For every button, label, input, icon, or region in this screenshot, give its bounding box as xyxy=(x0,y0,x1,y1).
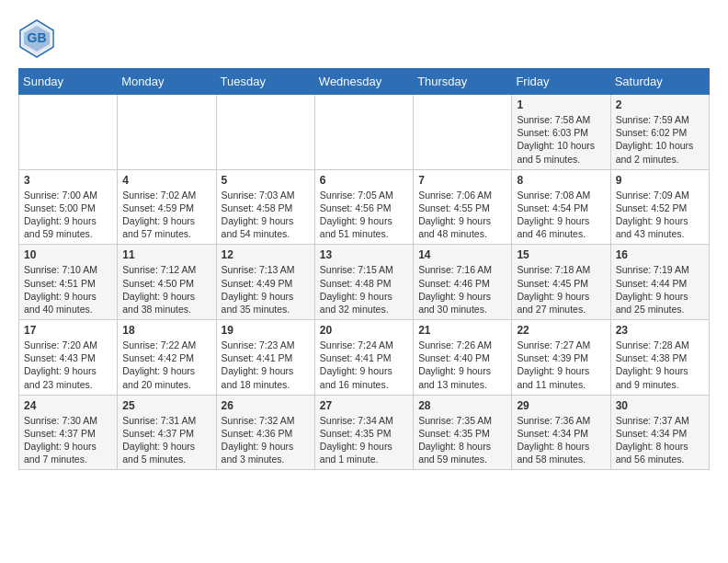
day-number: 6 xyxy=(320,174,408,187)
day-number: 8 xyxy=(517,174,605,187)
calendar-table: SundayMondayTuesdayWednesdayThursdayFrid… xyxy=(18,68,710,470)
logo-icon: GB xyxy=(18,18,55,59)
day-info: Sunrise: 7:20 AM Sunset: 4:43 PM Dayligh… xyxy=(24,339,112,391)
day-info: Sunrise: 7:22 AM Sunset: 4:42 PM Dayligh… xyxy=(122,339,210,391)
day-number: 7 xyxy=(418,174,506,187)
day-number: 19 xyxy=(222,324,310,337)
day-number: 29 xyxy=(517,399,605,412)
calendar-cell: 24Sunrise: 7:30 AM Sunset: 4:37 PM Dayli… xyxy=(19,395,118,470)
calendar-cell: 26Sunrise: 7:32 AM Sunset: 4:36 PM Dayli… xyxy=(216,395,314,470)
day-info: Sunrise: 7:03 AM Sunset: 4:58 PM Dayligh… xyxy=(222,189,310,241)
calendar-cell: 30Sunrise: 7:37 AM Sunset: 4:34 PM Dayli… xyxy=(610,395,709,470)
calendar-cell: 9Sunrise: 7:09 AM Sunset: 4:52 PM Daylig… xyxy=(610,169,709,245)
calendar-cell: 17Sunrise: 7:20 AM Sunset: 4:43 PM Dayli… xyxy=(19,320,118,396)
day-number: 20 xyxy=(320,324,408,337)
day-number: 3 xyxy=(24,174,112,187)
weekday-header-tuesday: Tuesday xyxy=(216,69,314,95)
calendar-cell: 18Sunrise: 7:22 AM Sunset: 4:42 PM Dayli… xyxy=(118,320,216,396)
calendar-cell xyxy=(314,95,413,170)
day-number: 11 xyxy=(122,248,210,261)
day-number: 27 xyxy=(320,399,408,412)
day-info: Sunrise: 7:34 AM Sunset: 4:35 PM Dayligh… xyxy=(320,414,408,466)
calendar-cell: 21Sunrise: 7:26 AM Sunset: 4:40 PM Dayli… xyxy=(414,320,512,396)
day-number: 30 xyxy=(616,399,704,412)
day-info: Sunrise: 7:08 AM Sunset: 4:54 PM Dayligh… xyxy=(517,189,605,241)
calendar-cell: 2Sunrise: 7:59 AM Sunset: 6:02 PM Daylig… xyxy=(610,95,709,170)
calendar-cell: 19Sunrise: 7:23 AM Sunset: 4:41 PM Dayli… xyxy=(216,320,314,396)
day-info: Sunrise: 7:32 AM Sunset: 4:36 PM Dayligh… xyxy=(222,414,310,466)
day-info: Sunrise: 7:10 AM Sunset: 4:51 PM Dayligh… xyxy=(24,263,112,316)
day-info: Sunrise: 7:19 AM Sunset: 4:44 PM Dayligh… xyxy=(616,263,704,316)
day-number: 15 xyxy=(517,248,605,261)
day-info: Sunrise: 7:23 AM Sunset: 4:41 PM Dayligh… xyxy=(222,339,310,391)
day-number: 14 xyxy=(418,248,506,261)
day-info: Sunrise: 7:15 AM Sunset: 4:48 PM Dayligh… xyxy=(320,263,408,316)
calendar-cell: 22Sunrise: 7:27 AM Sunset: 4:39 PM Dayli… xyxy=(512,320,610,396)
weekday-header-sunday: Sunday xyxy=(19,69,118,95)
day-info: Sunrise: 7:35 AM Sunset: 4:35 PM Dayligh… xyxy=(418,414,506,466)
calendar-cell: 12Sunrise: 7:13 AM Sunset: 4:49 PM Dayli… xyxy=(216,245,314,320)
calendar-cell: 8Sunrise: 7:08 AM Sunset: 4:54 PM Daylig… xyxy=(512,169,610,245)
week-row-1: 1Sunrise: 7:58 AM Sunset: 6:03 PM Daylig… xyxy=(19,95,710,170)
day-number: 4 xyxy=(122,174,210,187)
calendar-cell: 10Sunrise: 7:10 AM Sunset: 4:51 PM Dayli… xyxy=(19,245,118,320)
calendar-cell: 11Sunrise: 7:12 AM Sunset: 4:50 PM Dayli… xyxy=(118,245,216,320)
week-row-5: 24Sunrise: 7:30 AM Sunset: 4:37 PM Dayli… xyxy=(19,395,710,470)
day-info: Sunrise: 7:30 AM Sunset: 4:37 PM Dayligh… xyxy=(24,414,112,466)
calendar-cell: 27Sunrise: 7:34 AM Sunset: 4:35 PM Dayli… xyxy=(314,395,413,470)
day-number: 10 xyxy=(24,248,112,261)
calendar-cell: 1Sunrise: 7:58 AM Sunset: 6:03 PM Daylig… xyxy=(512,95,610,170)
calendar-cell: 3Sunrise: 7:00 AM Sunset: 5:00 PM Daylig… xyxy=(19,169,118,245)
calendar-cell: 13Sunrise: 7:15 AM Sunset: 4:48 PM Dayli… xyxy=(314,245,413,320)
weekday-header-row: SundayMondayTuesdayWednesdayThursdayFrid… xyxy=(19,69,710,95)
day-number: 1 xyxy=(517,98,605,111)
day-info: Sunrise: 7:09 AM Sunset: 4:52 PM Dayligh… xyxy=(616,189,704,241)
day-number: 9 xyxy=(616,174,704,187)
calendar-cell xyxy=(414,95,512,170)
day-number: 24 xyxy=(24,399,112,412)
day-number: 22 xyxy=(517,324,605,337)
calendar-cell xyxy=(19,95,118,170)
weekday-header-wednesday: Wednesday xyxy=(314,69,413,95)
week-row-3: 10Sunrise: 7:10 AM Sunset: 4:51 PM Dayli… xyxy=(19,245,710,320)
day-info: Sunrise: 7:02 AM Sunset: 4:59 PM Dayligh… xyxy=(122,189,210,241)
day-number: 17 xyxy=(24,324,112,337)
weekday-header-thursday: Thursday xyxy=(414,69,512,95)
day-info: Sunrise: 7:00 AM Sunset: 5:00 PM Dayligh… xyxy=(24,189,112,241)
calendar-cell: 5Sunrise: 7:03 AM Sunset: 4:58 PM Daylig… xyxy=(216,169,314,245)
day-number: 2 xyxy=(616,98,704,111)
calendar-cell: 4Sunrise: 7:02 AM Sunset: 4:59 PM Daylig… xyxy=(118,169,216,245)
day-info: Sunrise: 7:12 AM Sunset: 4:50 PM Dayligh… xyxy=(122,263,210,316)
day-info: Sunrise: 7:58 AM Sunset: 6:03 PM Dayligh… xyxy=(517,113,605,166)
day-number: 18 xyxy=(122,324,210,337)
calendar-cell: 14Sunrise: 7:16 AM Sunset: 4:46 PM Dayli… xyxy=(414,245,512,320)
day-info: Sunrise: 7:37 AM Sunset: 4:34 PM Dayligh… xyxy=(616,414,704,466)
calendar-cell: 25Sunrise: 7:31 AM Sunset: 4:37 PM Dayli… xyxy=(118,395,216,470)
page-header: GB xyxy=(18,18,710,59)
calendar-cell: 23Sunrise: 7:28 AM Sunset: 4:38 PM Dayli… xyxy=(610,320,709,396)
week-row-2: 3Sunrise: 7:00 AM Sunset: 5:00 PM Daylig… xyxy=(19,169,710,245)
day-info: Sunrise: 7:31 AM Sunset: 4:37 PM Dayligh… xyxy=(122,414,210,466)
weekday-header-monday: Monday xyxy=(118,69,216,95)
day-number: 23 xyxy=(616,324,704,337)
calendar-cell: 29Sunrise: 7:36 AM Sunset: 4:34 PM Dayli… xyxy=(512,395,610,470)
day-number: 25 xyxy=(122,399,210,412)
calendar-cell: 6Sunrise: 7:05 AM Sunset: 4:56 PM Daylig… xyxy=(314,169,413,245)
day-info: Sunrise: 7:36 AM Sunset: 4:34 PM Dayligh… xyxy=(517,414,605,466)
day-number: 16 xyxy=(616,248,704,261)
calendar-cell xyxy=(216,95,314,170)
calendar-cell xyxy=(118,95,216,170)
day-info: Sunrise: 7:18 AM Sunset: 4:45 PM Dayligh… xyxy=(517,263,605,316)
calendar-cell: 16Sunrise: 7:19 AM Sunset: 4:44 PM Dayli… xyxy=(610,245,709,320)
calendar-cell: 15Sunrise: 7:18 AM Sunset: 4:45 PM Dayli… xyxy=(512,245,610,320)
weekday-header-friday: Friday xyxy=(512,69,610,95)
day-number: 13 xyxy=(320,248,408,261)
week-row-4: 17Sunrise: 7:20 AM Sunset: 4:43 PM Dayli… xyxy=(19,320,710,396)
day-info: Sunrise: 7:24 AM Sunset: 4:41 PM Dayligh… xyxy=(320,339,408,391)
day-info: Sunrise: 7:27 AM Sunset: 4:39 PM Dayligh… xyxy=(517,339,605,391)
day-number: 28 xyxy=(418,399,506,412)
day-number: 21 xyxy=(418,324,506,337)
calendar-cell: 7Sunrise: 7:06 AM Sunset: 4:55 PM Daylig… xyxy=(414,169,512,245)
day-info: Sunrise: 7:26 AM Sunset: 4:40 PM Dayligh… xyxy=(418,339,506,391)
svg-text:GB: GB xyxy=(28,30,47,45)
